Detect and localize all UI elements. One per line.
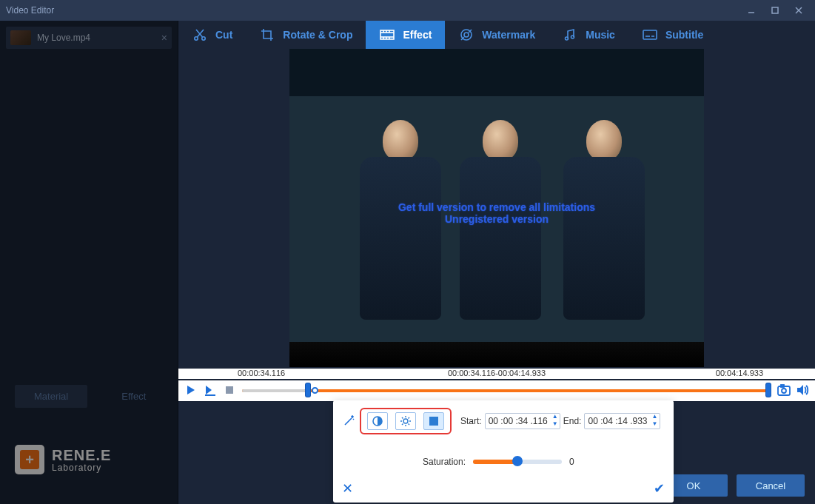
- file-name: My Love.mp4: [37, 33, 90, 43]
- svg-point-36: [403, 419, 408, 423]
- timeline: [178, 380, 815, 401]
- window-title: Video Editor: [6, 5, 54, 16]
- svg-line-6: [198, 30, 204, 37]
- maximize-button[interactable]: [765, 3, 785, 18]
- timeline-start-handle[interactable]: [306, 383, 310, 397]
- music-icon: [562, 27, 578, 43]
- brightness-icon[interactable]: [395, 412, 416, 430]
- figure-2: [456, 120, 545, 342]
- tab-watermark-label: Watermark: [482, 29, 535, 41]
- timeline-end-label: 00:04:14.933: [716, 369, 763, 377]
- tab-effect-label: Effect: [403, 29, 432, 41]
- watermark-line2: Unregistered version: [289, 213, 704, 225]
- video-preview[interactable]: Get full version to remove all limitatio…: [289, 49, 704, 367]
- play-range-button[interactable]: [204, 383, 217, 397]
- svg-rect-8: [380, 30, 394, 39]
- main-toolbar: Cut Rotate & Crop Effect Watermark Music…: [178, 21, 815, 49]
- tab-subtitle-label: Subtitle: [665, 29, 703, 41]
- sidebar: My Love.mp4 × Material Effect + RENE.E L…: [0, 21, 178, 504]
- svg-line-43: [402, 424, 403, 426]
- sidebar-tab-effect-label: Effect: [121, 391, 146, 402]
- panel-apply-icon[interactable]: ✔: [654, 480, 665, 497]
- play-button[interactable]: [184, 383, 198, 397]
- svg-point-5: [202, 37, 205, 40]
- saturation-icon[interactable]: [423, 412, 444, 430]
- svg-rect-29: [226, 386, 233, 394]
- contrast-icon[interactable]: [367, 412, 388, 430]
- svg-line-7: [196, 30, 203, 37]
- file-chip[interactable]: My Love.mp4 ×: [6, 27, 172, 49]
- svg-point-21: [566, 37, 569, 40]
- start-time-spinner[interactable]: ▲▼: [551, 414, 560, 429]
- tab-watermark[interactable]: Watermark: [445, 21, 549, 49]
- svg-point-22: [571, 36, 574, 38]
- footer-buttons: OK Cancel: [660, 474, 805, 497]
- tab-rotate-crop-label: Rotate & Crop: [283, 29, 352, 41]
- svg-point-4: [195, 37, 198, 40]
- crop-icon: [259, 27, 275, 43]
- end-time-spinner[interactable]: ▲▼: [651, 414, 660, 429]
- preview-watermark: Get full version to remove all limitatio…: [289, 201, 704, 225]
- logo-icon: +: [15, 445, 44, 474]
- end-time-value: 00 :04 :14 .933: [585, 416, 650, 426]
- brand-logo: + RENE.E Laboratory: [15, 445, 111, 474]
- svg-point-31: [782, 389, 786, 393]
- svg-point-18: [464, 33, 469, 37]
- svg-line-34: [345, 418, 352, 425]
- tab-rotate-crop[interactable]: Rotate & Crop: [246, 21, 366, 49]
- svg-rect-45: [429, 417, 438, 426]
- saturation-value: 0: [569, 457, 584, 467]
- figure-1: [356, 120, 445, 342]
- saturation-slider-knob[interactable]: [512, 456, 523, 466]
- tab-cut[interactable]: Cut: [178, 21, 246, 49]
- scissors-icon: [192, 27, 208, 43]
- volume-button[interactable]: [796, 383, 809, 397]
- timeline-pos-label: 00:00:34.116: [238, 369, 285, 377]
- end-label: End:: [563, 416, 582, 426]
- end-time-field[interactable]: 00 :04 :14 .933 ▲▼: [584, 413, 660, 429]
- timeline-track[interactable]: [242, 386, 771, 394]
- snapshot-button[interactable]: [777, 383, 791, 397]
- saturation-slider[interactable]: [473, 460, 562, 464]
- logo-sub: Laboratory: [52, 463, 111, 473]
- start-time-field[interactable]: 00 :00 :34 .116 ▲▼: [485, 413, 560, 429]
- panel-cancel-icon[interactable]: ✕: [342, 480, 353, 497]
- tab-music[interactable]: Music: [549, 21, 628, 49]
- subtitle-icon: [642, 27, 658, 43]
- file-close-icon[interactable]: ×: [161, 32, 167, 44]
- timeline-end-handle[interactable]: [766, 383, 771, 397]
- close-button[interactable]: [788, 3, 809, 18]
- svg-marker-27: [206, 386, 212, 394]
- magic-wand-icon[interactable]: [342, 414, 355, 428]
- saturation-label: Saturation:: [423, 457, 466, 467]
- watermark-line1: Get full version to remove all limitatio…: [289, 201, 704, 213]
- stop-button[interactable]: [223, 383, 236, 397]
- tab-cut-label: Cut: [215, 29, 232, 41]
- svg-marker-33: [797, 385, 803, 395]
- svg-rect-23: [643, 30, 657, 39]
- timeline-playhead[interactable]: [312, 387, 318, 394]
- sidebar-bottom-tabs: Material Effect: [15, 385, 165, 408]
- effect-mode-group: [360, 408, 452, 434]
- time-range-fields: Start: 00 :00 :34 .116 ▲▼ End: 00 :04 :1…: [460, 413, 660, 429]
- start-label: Start:: [460, 416, 482, 426]
- svg-line-42: [409, 424, 410, 426]
- effect-panel: Start: 00 :00 :34 .116 ▲▼ End: 00 :04 :1…: [333, 400, 674, 503]
- cancel-button[interactable]: Cancel: [737, 474, 805, 497]
- svg-line-44: [409, 417, 410, 419]
- filmstrip-icon: [379, 27, 395, 43]
- tab-subtitle[interactable]: Subtitle: [628, 21, 717, 49]
- watermark-icon: [458, 27, 474, 43]
- file-thumbnail: [10, 30, 31, 45]
- start-time-value: 00 :00 :34 .116: [486, 416, 551, 426]
- figure-3: [560, 120, 648, 342]
- cancel-button-label: Cancel: [756, 480, 785, 491]
- logo-brand: RENE.E: [52, 447, 111, 464]
- minimize-button[interactable]: [741, 3, 762, 18]
- sidebar-tab-material[interactable]: Material: [15, 385, 87, 408]
- sidebar-tab-effect[interactable]: Effect: [102, 385, 165, 408]
- ok-button-label: OK: [687, 480, 701, 491]
- timeline-range-label: 00:00:34.116-00:04:14.933: [448, 369, 546, 377]
- tab-effect[interactable]: Effect: [366, 21, 445, 49]
- titlebar: Video Editor: [0, 0, 815, 21]
